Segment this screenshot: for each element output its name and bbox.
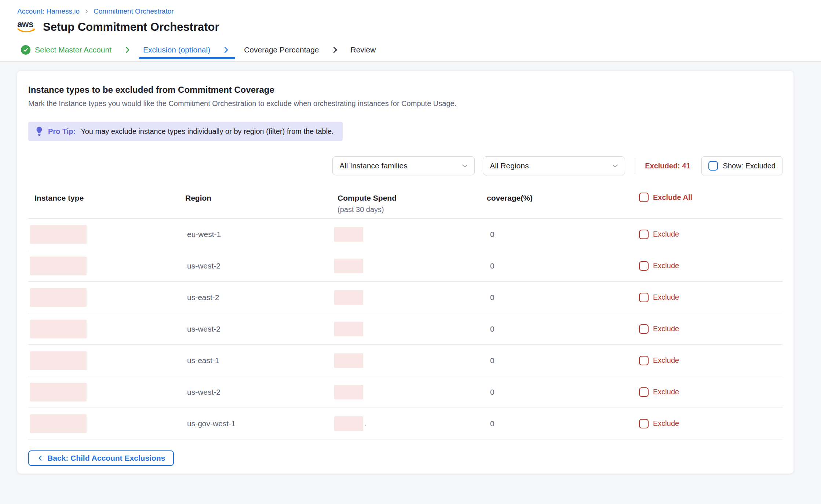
aws-swoosh-icon: [17, 28, 36, 34]
step-label: Exclusion (optional): [143, 45, 210, 54]
exclude-checkbox[interactable]: [639, 387, 649, 397]
coverage-value: 0: [490, 293, 495, 302]
step-review[interactable]: Review: [351, 45, 376, 54]
coverage-value: 0: [490, 262, 495, 270]
exclude-checkbox[interactable]: [639, 293, 649, 302]
exclude-control[interactable]: Exclude: [639, 356, 679, 365]
instance-type-cell: [30, 256, 87, 275]
chevron-left-icon: [37, 455, 44, 461]
region-cell: us-gov-west-1: [187, 419, 236, 428]
aws-logo: aws: [17, 20, 36, 34]
exclude-control[interactable]: Exclude: [639, 293, 679, 302]
exclude-all-checkbox[interactable]: [639, 193, 649, 202]
table-row: us-west-2 0 Exclude: [28, 376, 782, 408]
step-exclusion-optional[interactable]: Exclusion (optional): [143, 45, 210, 54]
coverage-value: 0: [490, 325, 495, 333]
coverage-cell: 0: [490, 230, 495, 239]
back-button[interactable]: Back: Child Account Exclusions: [28, 450, 174, 466]
region-value: us-west-2: [187, 325, 220, 333]
exclude-control[interactable]: Exclude: [639, 419, 679, 428]
chevron-down-icon: [461, 162, 468, 169]
breadcrumb-page-link[interactable]: Commitment Orchestrator: [94, 7, 174, 15]
pro-tip-text: You may exclude instance types individua…: [81, 127, 334, 136]
column-header-region: Region: [185, 194, 211, 202]
region-value: us-east-2: [187, 293, 219, 302]
exclude-all-control[interactable]: Exclude All: [639, 193, 692, 202]
coverage-cell: 0: [490, 325, 495, 333]
instance-type-cell: [30, 414, 87, 433]
instance-families-value: All Instance families: [339, 161, 408, 170]
column-header-compute-spend: Compute Spend (past 30 days): [337, 194, 397, 214]
coverage-cell: 0: [490, 419, 495, 428]
instance-type-cell: [30, 383, 87, 401]
redacted-compute-spend: [334, 322, 363, 336]
exclude-control[interactable]: Exclude: [639, 261, 679, 271]
exclude-checkbox[interactable]: [639, 419, 649, 428]
redacted-compute-spend: [334, 416, 363, 431]
table-row: us-gov-west-1 . 0 Exclude: [28, 408, 782, 439]
step-coverage-percentage[interactable]: Coverage Percentage: [244, 45, 319, 54]
coverage-cell: 0: [490, 388, 495, 397]
show-excluded-checkbox[interactable]: [708, 161, 718, 171]
table-body: eu-west-1 0 Exclude us-west-2 0 Ex: [28, 219, 782, 439]
coverage-value: 0: [490, 388, 495, 396]
exclude-checkbox[interactable]: [639, 230, 649, 239]
coverage-cell: 0: [490, 356, 495, 365]
compute-spend-cell: [334, 353, 365, 368]
column-header-coverage: coverage(%): [487, 194, 533, 202]
exclude-checkbox[interactable]: [639, 324, 649, 334]
panel-subheading: Mark the Instance types you would like t…: [28, 99, 782, 108]
regions-select[interactable]: All Regions: [483, 156, 625, 175]
exclude-checkbox[interactable]: [639, 261, 649, 271]
check-circle-icon: [21, 45, 30, 55]
exclude-label: Exclude: [653, 230, 679, 238]
title-row: aws Setup Commitment Orchestrator: [17, 20, 821, 38]
redacted-instance-type: [30, 225, 87, 244]
region-cell: us-west-2: [187, 388, 220, 397]
compute-spend-cell: [334, 322, 365, 336]
exclude-checkbox[interactable]: [639, 356, 649, 365]
pro-tip-label: Pro Tip:: [48, 127, 76, 136]
redacted-instance-type: [30, 351, 87, 370]
vertical-divider: [635, 158, 635, 174]
exclude-control[interactable]: Exclude: [639, 387, 679, 397]
active-step-group: Exclusion (optional): [143, 38, 230, 62]
chevron-right-icon: [331, 46, 339, 54]
breadcrumb-account-link[interactable]: Account: Harness.io: [17, 7, 80, 15]
show-excluded-label: Show: Excluded: [723, 162, 776, 170]
table-row: us-east-1 0 Exclude: [28, 345, 782, 376]
chevron-right-icon: [123, 46, 131, 54]
instance-families-select[interactable]: All Instance families: [332, 156, 475, 175]
table-row: us-west-2 0 Exclude: [28, 250, 782, 282]
table-row: us-east-2 0 Exclude: [28, 282, 782, 313]
redacted-instance-type: [30, 383, 87, 401]
coverage-value: 0: [490, 419, 495, 428]
exclude-control[interactable]: Exclude: [639, 230, 679, 239]
setup-stepper: Select Master Account Exclusion (optiona…: [0, 38, 821, 62]
filter-row: All Instance families All Regions Exclud…: [28, 156, 782, 175]
top-bar: Account: Harness.io Commitment Orchestra…: [0, 0, 821, 38]
exclude-control[interactable]: Exclude: [639, 324, 679, 334]
breadcrumb: Account: Harness.io Commitment Orchestra…: [17, 7, 821, 15]
compute-spend-cell: [334, 385, 365, 399]
step-select-master-account[interactable]: Select Master Account: [21, 45, 112, 55]
region-cell: us-west-2: [187, 325, 220, 333]
redacted-compute-spend: [334, 290, 363, 305]
region-value: us-east-1: [187, 356, 219, 365]
page-content: Instance types to be excluded from Commi…: [0, 62, 821, 497]
region-value: us-west-2: [187, 388, 220, 396]
compute-spend-cell: [334, 290, 365, 305]
redacted-instance-type: [30, 288, 87, 307]
panel-heading: Instance types to be excluded from Commi…: [28, 85, 782, 95]
chevron-down-icon: [612, 162, 619, 169]
exclude-label: Exclude: [653, 388, 679, 396]
table-row: us-west-2 0 Exclude: [28, 313, 782, 345]
instance-type-cell: [30, 351, 87, 370]
step-label: Select Master Account: [35, 45, 112, 54]
show-excluded-toggle[interactable]: Show: Excluded: [701, 156, 782, 175]
exclude-label: Exclude: [653, 419, 679, 428]
compute-spend-title: Compute Spend: [337, 194, 397, 202]
redacted-compute-spend: [334, 385, 363, 399]
chevron-right-icon: [84, 9, 89, 14]
redacted-instance-type: [30, 256, 87, 275]
